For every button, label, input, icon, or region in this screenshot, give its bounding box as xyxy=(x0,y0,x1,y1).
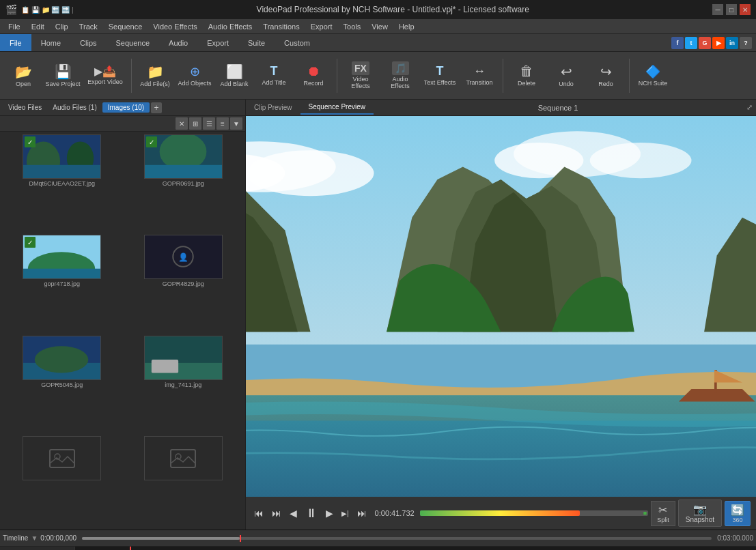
preview-svg xyxy=(246,116,756,497)
add-blank-button[interactable]: ⬜ Add Blank xyxy=(215,55,253,96)
tab-clip-preview[interactable]: Clip Preview xyxy=(246,101,300,114)
add-objects-button[interactable]: ⊕ Add Objects xyxy=(176,55,214,96)
toolbar: 📂 Open 💾 Save Project ▶📤 Export Video 📁 … xyxy=(0,52,756,100)
check-icon: ✓ xyxy=(146,136,157,147)
add-title-button[interactable]: T Add Title xyxy=(255,55,293,96)
undo-button[interactable]: ↩ Undo xyxy=(547,55,585,96)
tab-custom[interactable]: Custom xyxy=(275,34,320,51)
twitter-icon[interactable]: t xyxy=(685,37,697,49)
help-icon[interactable]: ? xyxy=(740,37,752,49)
redo-button[interactable]: ↪ Redo xyxy=(587,55,625,96)
list-item[interactable]: img_7411.jpg xyxy=(124,336,243,433)
tab-sequence-preview[interactable]: Sequence Preview xyxy=(300,100,374,115)
audio-effects-button[interactable]: 🎵 Audio Effects xyxy=(381,55,419,96)
tab-images[interactable]: Images (10) xyxy=(102,102,150,113)
text-effects-button[interactable]: T Text Effects xyxy=(421,55,459,96)
tab-audio-files[interactable]: Audio Files (1) xyxy=(47,102,102,113)
tab-export[interactable]: Export xyxy=(197,34,238,51)
volume-bar[interactable]: ■ xyxy=(420,510,648,516)
view-details-button[interactable]: ≡ xyxy=(216,117,229,130)
tab-suite[interactable]: Suite xyxy=(238,34,275,51)
add-blank-icon: ⬜ xyxy=(226,63,243,80)
linkedin-icon[interactable]: in xyxy=(726,37,738,49)
timeline-label: Timeline xyxy=(3,534,28,542)
go-to-start-button[interactable]: ⏮ xyxy=(251,506,266,520)
menu-tools[interactable]: Tools xyxy=(338,21,367,32)
video-effects-button[interactable]: FX Video Effects xyxy=(341,55,380,96)
audio-effects-icon: 🎵 xyxy=(392,61,409,75)
delete-button[interactable]: 🗑 Delete xyxy=(507,55,546,96)
menu-export[interactable]: Export xyxy=(305,21,338,32)
timeline-header: Timeline ▼ 0:00:00,000 0:03:00.000 xyxy=(0,530,756,547)
list-item[interactable]: GOPR5045.jpg xyxy=(3,336,122,433)
tab-audio[interactable]: Audio xyxy=(159,34,197,51)
svg-point-30 xyxy=(590,143,692,178)
scroll-down-button[interactable]: ▼ xyxy=(230,117,242,130)
media-grid: ✓ DMqt6CiUEAAO2ET.jpg ✓ xyxy=(0,132,245,530)
preview-image xyxy=(246,116,756,497)
facebook-icon[interactable]: f xyxy=(671,37,684,49)
tab-video-files[interactable]: Video Files xyxy=(3,102,47,113)
menu-video-effects[interactable]: Video Effects xyxy=(148,21,202,32)
list-item[interactable]: ✓ GOPR0691.jpg xyxy=(124,134,243,232)
menu-audio-effects[interactable]: Audio Effects xyxy=(203,21,258,32)
placeholder-icon xyxy=(48,444,76,472)
media-filename: GOPR4829.jpg xyxy=(163,280,204,287)
prev-frame-button[interactable]: ⏭ xyxy=(269,506,284,520)
timeline-ruler: 0:00:00 0:01:00.000 0:02:00.000 0:03:00.… xyxy=(0,547,756,550)
svg-point-27 xyxy=(247,150,374,196)
svg-text:👤: 👤 xyxy=(178,252,188,262)
360-button[interactable]: 🔄 360 xyxy=(725,501,751,526)
split-button[interactable]: ✂ Split xyxy=(651,501,675,526)
record-button[interactable]: ⏺ Record xyxy=(294,55,333,96)
snapshot-button[interactable]: 📷 Snapshot xyxy=(678,500,722,527)
tab-file[interactable]: File xyxy=(0,34,31,51)
check-icon: ✓ xyxy=(25,136,36,147)
preview-controls: ⏮ ⏭ ◀ ⏸ ▶ ▶| ⏭ 0:00:41.732 ■ ✂ Split 📷 xyxy=(246,497,756,530)
add-media-tab-button[interactable]: + xyxy=(151,102,162,113)
expand-preview-button[interactable]: ⤢ xyxy=(742,101,756,115)
google-icon[interactable]: G xyxy=(699,37,711,49)
tab-home[interactable]: Home xyxy=(31,34,70,51)
tab-sequence[interactable]: Sequence xyxy=(107,34,160,51)
tab-clips[interactable]: Clips xyxy=(70,34,106,51)
save-project-button[interactable]: 💾 Save Project xyxy=(44,55,82,96)
menu-file[interactable]: File xyxy=(3,21,26,32)
delete-icon: 🗑 xyxy=(520,63,533,79)
add-files-button[interactable]: 📁 Add File(s) xyxy=(136,55,174,96)
maximize-button[interactable]: □ xyxy=(726,4,737,15)
list-item[interactable] xyxy=(124,436,243,527)
sequence-title: Sequence 1 xyxy=(374,104,742,112)
list-item[interactable]: 👤 GOPR4829.jpg xyxy=(124,235,243,332)
menu-help[interactable]: Help xyxy=(393,21,420,32)
titlebar: 🎬 📋 💾 📁 🔙 🔜 | VideoPad Professional by N… xyxy=(0,0,756,19)
transition-button[interactable]: ↔ Transition xyxy=(460,55,499,96)
menu-track[interactable]: Track xyxy=(74,21,103,32)
close-button[interactable]: ✕ xyxy=(740,4,751,15)
svg-rect-9 xyxy=(23,269,100,279)
nch-suite-button[interactable]: 🔷 NCH Suite xyxy=(634,55,672,96)
record-icon: ⏺ xyxy=(307,63,320,79)
next-frame-button[interactable]: ▶| xyxy=(339,508,352,519)
svg-rect-3 xyxy=(23,165,100,179)
youtube-icon[interactable]: ▶ xyxy=(712,37,725,49)
menu-clip[interactable]: Clip xyxy=(50,21,74,32)
step-back-button[interactable]: ◀ xyxy=(287,506,300,520)
go-to-end-button[interactable]: ⏭ xyxy=(354,506,369,520)
timeline-scrubber[interactable] xyxy=(82,537,712,540)
minimize-button[interactable]: ─ xyxy=(712,4,723,15)
step-forward-button[interactable]: ▶ xyxy=(323,506,336,520)
view-list-button[interactable]: ☰ xyxy=(203,117,215,130)
menu-edit[interactable]: Edit xyxy=(26,21,50,32)
view-thumbnails-button[interactable]: ⊞ xyxy=(189,117,201,130)
list-item[interactable] xyxy=(3,436,122,527)
export-video-button[interactable]: ▶📤 Export Video xyxy=(83,55,127,96)
play-pause-button[interactable]: ⏸ xyxy=(303,505,320,522)
list-item[interactable]: ✓ DMqt6CiUEAAO2ET.jpg xyxy=(3,134,122,232)
menu-sequence[interactable]: Sequence xyxy=(103,21,148,32)
open-button[interactable]: 📂 Open xyxy=(4,55,42,96)
delete-media-button[interactable]: ✕ xyxy=(176,117,188,130)
menu-view[interactable]: View xyxy=(366,21,393,32)
list-item[interactable]: ✓ gopr4718.jpg xyxy=(3,235,122,332)
menu-transitions[interactable]: Transitions xyxy=(257,21,305,32)
